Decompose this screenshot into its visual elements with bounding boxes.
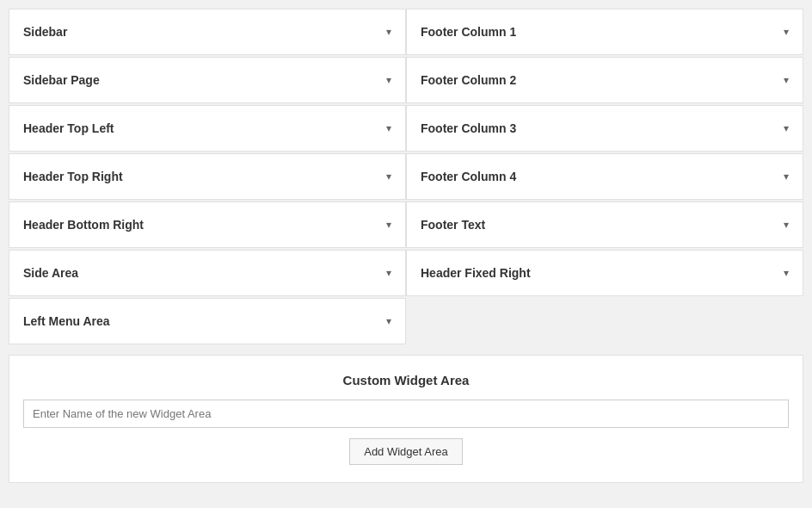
chevron-down-icon: ▾ — [784, 170, 789, 183]
right-widget-area-row[interactable]: Footer Text▾ — [406, 201, 803, 248]
chevron-down-icon: ▾ — [386, 26, 391, 38]
chevron-down-icon: ▾ — [386, 315, 391, 327]
widget-area-label: Sidebar Page — [23, 73, 100, 87]
chevron-down-icon: ▾ — [386, 267, 391, 279]
widget-area-label: Footer Column 2 — [421, 73, 516, 87]
chevron-down-icon: ▾ — [784, 267, 789, 279]
left-widget-area-row[interactable]: Left Menu Area▾ — [9, 298, 406, 344]
custom-widget-title: Custom Widget Area — [23, 373, 789, 387]
widget-area-name-input[interactable] — [23, 400, 789, 428]
right-widget-area-row[interactable]: Footer Column 1▾ — [406, 9, 803, 55]
chevron-down-icon: ▾ — [386, 122, 391, 134]
chevron-down-icon: ▾ — [784, 122, 789, 134]
widget-area-label: Footer Text — [421, 218, 485, 232]
widget-area-label: Header Top Right — [23, 170, 123, 183]
left-widget-area-row[interactable]: Header Top Left▾ — [9, 105, 406, 152]
widget-area-label: Footer Column 3 — [421, 121, 516, 135]
widget-grid: Sidebar▾Sidebar Page▾Header Top Left▾Hea… — [9, 9, 803, 346]
left-widget-area-row[interactable]: Sidebar▾ — [9, 9, 406, 55]
left-widget-area-row[interactable]: Side Area▾ — [9, 250, 406, 296]
chevron-down-icon: ▾ — [386, 219, 391, 231]
chevron-down-icon: ▾ — [386, 170, 391, 183]
add-widget-btn-container: Add Widget Area — [23, 438, 789, 465]
right-column: Footer Column 1▾Footer Column 2▾Footer C… — [406, 9, 803, 346]
right-widget-area-row[interactable]: Header Fixed Right▾ — [406, 250, 803, 296]
main-container: Sidebar▾Sidebar Page▾Header Top Left▾Hea… — [9, 9, 803, 483]
widget-area-label: Footer Column 4 — [421, 170, 516, 183]
widget-area-label: Side Area — [23, 266, 78, 280]
chevron-down-icon: ▾ — [386, 74, 391, 86]
left-widget-area-row[interactable]: Header Bottom Right▾ — [9, 201, 406, 248]
chevron-down-icon: ▾ — [784, 74, 789, 86]
custom-widget-section: Custom Widget Area Add Widget Area — [9, 355, 803, 483]
widget-area-label: Header Bottom Right — [23, 218, 144, 232]
right-widget-area-row[interactable]: Footer Column 2▾ — [406, 57, 803, 103]
add-widget-button[interactable]: Add Widget Area — [349, 438, 463, 465]
left-widget-area-row[interactable]: Sidebar Page▾ — [9, 57, 406, 103]
widget-area-label: Header Top Left — [23, 121, 114, 135]
widget-area-label: Footer Column 1 — [421, 25, 516, 39]
widget-area-label: Left Menu Area — [23, 314, 110, 328]
chevron-down-icon: ▾ — [784, 219, 789, 231]
left-widget-area-row[interactable]: Header Top Right▾ — [9, 153, 406, 200]
left-column: Sidebar▾Sidebar Page▾Header Top Left▾Hea… — [9, 9, 406, 346]
widget-area-label: Sidebar — [23, 25, 67, 39]
widget-area-label: Header Fixed Right — [421, 266, 531, 280]
right-widget-area-row[interactable]: Footer Column 3▾ — [406, 105, 803, 152]
chevron-down-icon: ▾ — [784, 26, 789, 38]
right-widget-area-row[interactable]: Footer Column 4▾ — [406, 153, 803, 200]
